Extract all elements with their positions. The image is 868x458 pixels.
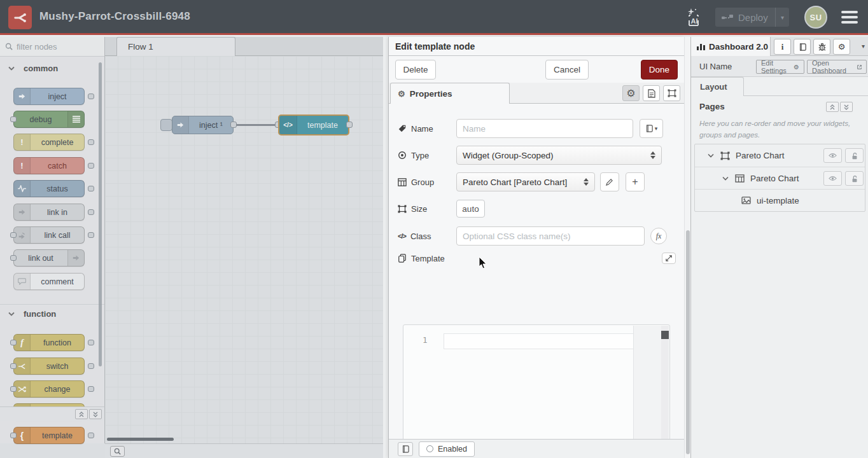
pages-help-text: Here you can re-order and move your widg… <box>699 118 859 141</box>
book-icon <box>799 43 806 51</box>
lock-button[interactable] <box>845 148 864 163</box>
group-select[interactable]: Pareto Chart [Pareto Chart] <box>456 172 595 191</box>
chevron-down-icon[interactable] <box>708 153 714 158</box>
palette-node-status[interactable]: status <box>9 180 95 197</box>
wire[interactable] <box>237 124 278 126</box>
delete-button[interactable]: Delete <box>395 60 436 80</box>
main-menu-button[interactable] <box>841 11 858 26</box>
node-description-button[interactable] <box>643 85 660 101</box>
palette-node-function[interactable]: f function <box>9 334 95 351</box>
appearance-frame-icon <box>668 89 676 97</box>
palette-node-link-call[interactable]: link call <box>9 226 95 244</box>
flow-node-template-selected[interactable]: </> template <box>278 114 349 135</box>
class-input[interactable] <box>456 226 645 246</box>
label-visibility-button[interactable]: ▾ <box>640 119 663 138</box>
properties-tab[interactable]: ⚙ Properties <box>390 83 510 104</box>
node-enabled-toggle[interactable]: Enabled <box>419 441 475 457</box>
eye-icon <box>829 176 837 181</box>
tray-title: Edit template node <box>389 37 684 56</box>
palette-node-link-out[interactable]: link out <box>9 249 95 267</box>
category-function[interactable]: function <box>0 304 104 323</box>
edit-group-button[interactable] <box>600 172 619 191</box>
canvas-horizontal-scrollbar[interactable] <box>107 438 174 441</box>
collapse-all-button[interactable] <box>75 409 88 419</box>
node-help-button[interactable] <box>398 442 413 456</box>
done-button[interactable]: Done <box>641 60 678 80</box>
help-tab-button[interactable] <box>794 39 811 55</box>
tray-scrollbar[interactable] <box>684 37 690 458</box>
ai-assistant-button[interactable]: AI <box>682 6 705 28</box>
lock-button[interactable] <box>845 171 864 186</box>
inject-trigger-button[interactable] <box>160 119 172 131</box>
name-input[interactable] <box>456 119 633 138</box>
palette-node-change[interactable]: change <box>9 380 95 398</box>
palette-node-debug[interactable]: debug <box>9 111 95 128</box>
search-flows-button[interactable] <box>110 446 125 457</box>
debug-tab-button[interactable] <box>813 39 830 55</box>
add-group-button[interactable]: + <box>626 172 645 191</box>
flow-tab[interactable]: Flow 1 <box>116 37 235 56</box>
input-port <box>10 116 17 122</box>
output-port[interactable] <box>346 121 353 128</box>
tree-row-widget[interactable]: ui-template <box>695 189 865 211</box>
expand-all-button[interactable] <box>89 409 102 419</box>
class-field-row: </> Class fx <box>398 226 676 246</box>
editor-minimap[interactable] <box>633 326 661 458</box>
flow-node-inject[interactable]: inject ¹ <box>172 116 234 134</box>
output-port[interactable] <box>230 121 237 128</box>
palette-node-template[interactable]: { template <box>9 427 95 444</box>
tray-scrollbar-handle[interactable] <box>686 230 690 454</box>
palette-node-complete[interactable]: ! complete <box>9 134 95 151</box>
editor-scrollbar[interactable] <box>661 326 669 458</box>
chevron-down-icon[interactable] <box>722 176 729 181</box>
visibility-button[interactable] <box>823 171 842 186</box>
tray-tab-bar: ⚙ Properties ⚙ <box>389 83 684 104</box>
palette-node-inject[interactable]: inject <box>9 88 95 105</box>
size-field-row: Size auto <box>398 200 676 218</box>
expand-editor-button[interactable] <box>662 253 676 264</box>
enabled-label: Enabled <box>438 445 467 454</box>
palette-node-comment[interactable]: comment <box>9 273 95 290</box>
input-port <box>10 232 17 238</box>
palette-scrollbar[interactable] <box>99 62 102 366</box>
palette-search[interactable] <box>0 37 104 57</box>
deploy-options-caret[interactable]: ▾ <box>775 8 789 27</box>
palette-node-link-in[interactable]: link in <box>9 204 95 221</box>
template-code-editor[interactable]: 1 <box>403 324 670 458</box>
flow-canvas[interactable]: inject ¹ </> template <box>105 56 383 443</box>
svg-text:AI: AI <box>691 17 698 25</box>
palette-node-switch[interactable]: switch <box>9 357 95 375</box>
cancel-button[interactable]: Cancel <box>545 60 589 80</box>
user-avatar[interactable]: SU <box>804 6 827 29</box>
template-label: Template <box>398 254 445 263</box>
size-auto-button[interactable]: auto <box>456 200 485 218</box>
deploy-button[interactable]: Deploy ▾ <box>715 8 789 27</box>
tree-row-group[interactable]: Pareto Chart <box>695 167 865 189</box>
deploy-label: Deploy <box>738 12 768 23</box>
collapse-all-button[interactable] <box>826 102 839 112</box>
expand-all-button[interactable] <box>840 102 853 112</box>
group-label: Group <box>398 177 456 187</box>
editor-scrollbar-handle[interactable] <box>661 331 669 339</box>
filter-nodes-input[interactable] <box>17 42 93 52</box>
node-appearance-button[interactable] <box>663 85 680 101</box>
node-palette: common inject debug ! complete <box>0 37 105 443</box>
tree-row-page[interactable]: Pareto Chart <box>695 144 865 167</box>
expression-button[interactable]: fx <box>650 228 667 244</box>
edit-settings-button[interactable]: Edit Settings ⚙ <box>756 60 804 74</box>
tab-layout[interactable]: Layout <box>691 77 744 96</box>
category-common[interactable]: common <box>0 60 104 76</box>
output-port <box>88 363 94 369</box>
config-tab-button[interactable]: ⚙ <box>833 39 850 55</box>
tab-dashboard[interactable]: Dashboard 2.0 <box>691 37 771 56</box>
type-select[interactable]: Widget (Group-Scoped) <box>456 146 662 165</box>
palette-node-catch[interactable]: ! catch <box>9 157 95 174</box>
edit-properties-button[interactable]: ⚙ <box>622 85 640 101</box>
open-dashboard-button[interactable]: Open Dashboard <box>807 60 867 74</box>
book-icon <box>402 445 409 453</box>
group-field-row: Group Pareto Chart [Pareto Chart] + <box>398 172 676 191</box>
visibility-button[interactable] <box>823 148 842 163</box>
info-tab-button[interactable]: i <box>774 39 791 55</box>
code-icon: </> <box>398 232 406 240</box>
sidebar-menu-caret[interactable]: ▾ <box>862 43 865 50</box>
